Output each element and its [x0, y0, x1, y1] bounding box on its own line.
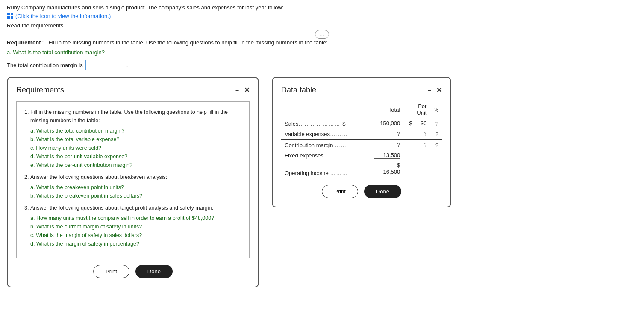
data-table: Total Per Unit % Sales………………… $ 150,000 …	[281, 101, 442, 178]
col-pct-header: %	[430, 101, 442, 118]
intro-text: Ruby Company manufactures and sells a si…	[7, 4, 637, 11]
table-row-variable: Variable expenses……… ? ? ?	[281, 129, 442, 139]
contribution-label: Contribution margin ……	[281, 139, 367, 150]
fixed-per-unit	[403, 150, 430, 160]
sub-question-a: a. What is the total contribution margin…	[7, 49, 637, 56]
req-2a: a. What is the breakeven point in units?	[30, 183, 242, 192]
req-modal-close[interactable]: ✕	[244, 86, 250, 94]
req1-label: Requirement 1. Fill in the missing numbe…	[7, 39, 637, 46]
answer-row: The total contribution margin is .	[7, 60, 637, 70]
fixed-label: Fixed expenses …………	[281, 150, 367, 160]
contribution-per-unit: ?	[403, 139, 430, 150]
answer-suffix: .	[126, 62, 128, 68]
req-3a: a. How many units must the company sell …	[30, 214, 242, 222]
grid-icon	[7, 12, 14, 19]
svg-rect-1	[11, 13, 13, 15]
req-done-button[interactable]: Done	[135, 265, 173, 278]
table-row-operating: Operating income ……… $ 16,500	[281, 160, 442, 178]
req-print-button[interactable]: Print	[93, 265, 129, 278]
data-modal-close[interactable]: ✕	[436, 86, 442, 94]
req-item-3: Answer the following questions about tar…	[30, 204, 242, 248]
data-done-button[interactable]: Done	[364, 185, 401, 198]
req-item-2-text: Answer the following questions about bre…	[30, 174, 167, 180]
req-1e: e. What is the per-unit contribution mar…	[30, 161, 242, 169]
contribution-total: ?	[367, 139, 403, 150]
req-2b: b. What is the breakeven point in sales …	[30, 192, 242, 200]
table-row-fixed: Fixed expenses ………… 13,500	[281, 150, 442, 160]
sales-total: 150,000	[367, 118, 403, 129]
contribution-pct: ?	[430, 139, 442, 150]
svg-rect-3	[11, 16, 13, 19]
modals-area: Requirements − ✕ Fill in the missing num…	[7, 77, 637, 287]
sales-per-unit: $ 30	[403, 118, 430, 129]
req-1b: b. What is the total variable expense?	[30, 135, 242, 144]
req-modal-minimize[interactable]: −	[235, 87, 239, 94]
data-modal: Data table − ✕ Total Per Unit % Sales…………	[272, 77, 451, 207]
requirements-modal: Requirements − ✕ Fill in the missing num…	[7, 77, 259, 287]
icon-link[interactable]: (Click the icon to view the information.…	[7, 12, 111, 19]
req-modal-controls: − ✕	[235, 86, 250, 94]
req-item-3-text: Answer the following questions about tar…	[30, 205, 213, 211]
variable-label: Variable expenses………	[281, 129, 367, 139]
table-row-contribution: Contribution margin …… ? ? ?	[281, 139, 442, 150]
data-modal-minimize[interactable]: −	[428, 87, 431, 94]
data-modal-footer: Print Done	[281, 185, 442, 198]
data-modal-header: Data table − ✕	[281, 86, 442, 95]
req-1c: c. How many units were sold?	[30, 144, 242, 152]
requirements-link[interactable]: requirements	[31, 22, 63, 29]
svg-rect-2	[7, 16, 10, 19]
fixed-total: 13,500	[367, 150, 403, 160]
operating-per-unit	[403, 160, 430, 178]
table-row-sales: Sales………………… $ 150,000 $ 30 ?	[281, 118, 442, 129]
operating-pct	[430, 160, 442, 178]
read-requirements: Read the requirements.	[7, 22, 637, 29]
answer-label: The total contribution margin is	[7, 62, 83, 68]
req-item-1: Fill in the missing numbers in the table…	[30, 108, 242, 169]
req-1a: a. What is the total contribution margin…	[30, 127, 242, 135]
variable-per-unit: ?	[403, 129, 430, 139]
data-print-button[interactable]: Print	[322, 185, 358, 198]
col-total-header: Total	[367, 101, 403, 118]
contribution-margin-input[interactable]	[85, 60, 124, 70]
req-modal-header: Requirements − ✕	[16, 86, 250, 95]
operating-total: $ 16,500	[367, 160, 403, 178]
req-3d: d. What is the margin of safety in perce…	[30, 240, 242, 248]
divider-button[interactable]: ...	[315, 30, 329, 39]
req-item-2: Answer the following questions about bre…	[30, 173, 242, 200]
divider: ...	[7, 34, 637, 34]
variable-pct: ?	[430, 129, 442, 139]
data-modal-controls: − ✕	[428, 86, 442, 94]
req-3c: c. What is the margin of safety in sales…	[30, 231, 242, 240]
fixed-pct	[430, 150, 442, 160]
svg-rect-0	[7, 13, 10, 15]
sales-pct: ?	[430, 118, 442, 129]
data-modal-title: Data table	[281, 86, 316, 95]
sales-label: Sales………………… $	[281, 118, 367, 129]
variable-total: ?	[367, 129, 403, 139]
req-box: Fill in the missing numbers in the table…	[16, 101, 250, 258]
operating-label: Operating income ………	[281, 160, 367, 178]
req-modal-footer: Print Done	[16, 265, 250, 278]
req-1d: d. What is the per-unit variable expense…	[30, 152, 242, 161]
col-label-header	[281, 101, 367, 118]
col-per-unit-header: Per Unit	[403, 101, 430, 118]
req-3b: b. What is the current margin of safety …	[30, 222, 242, 231]
req-item-1-text: Fill in the missing numbers in the table…	[30, 109, 228, 124]
req-modal-title: Requirements	[16, 86, 64, 95]
icon-link-label: (Click the icon to view the information.…	[15, 13, 111, 19]
